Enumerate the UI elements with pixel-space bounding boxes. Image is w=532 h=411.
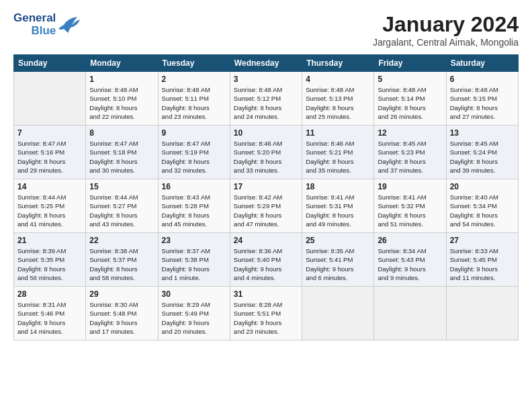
day-number: 17 [234,182,298,191]
weekday-header-friday: Friday [374,55,446,72]
calendar-cell: 25Sunrise: 8:35 AMSunset: 5:41 PMDayligh… [302,233,374,287]
day-number: 12 [378,128,442,138]
calendar-cell: 14Sunrise: 8:44 AMSunset: 5:25 PMDayligh… [14,179,86,233]
calendar-cell: 17Sunrise: 8:42 AMSunset: 5:29 PMDayligh… [230,179,302,233]
day-number: 9 [162,128,226,138]
day-number: 24 [234,236,298,245]
day-number: 23 [162,236,226,245]
subtitle: Jargalant, Central Aimak, Mongolia [373,37,519,48]
day-number: 3 [234,75,298,84]
weekday-header-tuesday: Tuesday [158,55,230,72]
day-info: Sunrise: 8:42 AMSunset: 5:29 PMDaylight:… [234,193,298,228]
calendar-cell: 9Sunrise: 8:47 AMSunset: 5:19 PMDaylight… [158,126,230,179]
weekday-header-row: SundayMondayTuesdayWednesdayThursdayFrid… [14,55,519,72]
day-number: 13 [450,128,515,138]
calendar-cell: 19Sunrise: 8:41 AMSunset: 5:32 PMDayligh… [374,179,446,233]
calendar-cell: 21Sunrise: 8:39 AMSunset: 5:35 PMDayligh… [14,233,86,287]
weekday-header-monday: Monday [86,55,158,72]
calendar-cell: 15Sunrise: 8:44 AMSunset: 5:27 PMDayligh… [86,179,158,233]
day-number: 16 [162,182,226,191]
day-info: Sunrise: 8:43 AMSunset: 5:28 PMDaylight:… [162,193,226,228]
day-number: 2 [162,75,226,84]
day-number: 10 [234,128,298,138]
calendar-cell: 10Sunrise: 8:46 AMSunset: 5:20 PMDayligh… [230,126,302,179]
day-number: 18 [306,182,370,191]
day-number: 25 [306,236,370,245]
day-info: Sunrise: 8:47 AMSunset: 5:18 PMDaylight:… [89,139,154,175]
day-info: Sunrise: 8:47 AMSunset: 5:19 PMDaylight:… [162,139,226,175]
week-row-2: 7Sunrise: 8:47 AMSunset: 5:16 PMDaylight… [14,126,519,179]
day-number: 5 [378,75,442,84]
day-number: 30 [162,289,226,299]
calendar-cell: 2Sunrise: 8:48 AMSunset: 5:11 PMDaylight… [158,72,230,126]
calendar-cell: 22Sunrise: 8:38 AMSunset: 5:37 PMDayligh… [86,233,158,287]
weekday-header-sunday: Sunday [14,55,86,72]
week-row-3: 14Sunrise: 8:44 AMSunset: 5:25 PMDayligh… [14,179,519,233]
calendar-table: SundayMondayTuesdayWednesdayThursdayFrid… [13,54,519,340]
title-block: January 2024 Jargalant, Central Aimak, M… [373,12,519,48]
calendar-cell: 13Sunrise: 8:45 AMSunset: 5:24 PMDayligh… [446,126,518,179]
day-info: Sunrise: 8:36 AMSunset: 5:40 PMDaylight:… [234,246,298,282]
calendar-cell: 24Sunrise: 8:36 AMSunset: 5:40 PMDayligh… [230,233,302,287]
calendar-cell: 30Sunrise: 8:29 AMSunset: 5:49 PMDayligh… [158,287,230,340]
week-row-5: 28Sunrise: 8:31 AMSunset: 5:46 PMDayligh… [14,287,519,340]
day-number: 21 [17,236,82,245]
calendar-cell: 26Sunrise: 8:34 AMSunset: 5:43 PMDayligh… [374,233,446,287]
month-title: January 2024 [373,12,519,37]
calendar-cell: 8Sunrise: 8:47 AMSunset: 5:18 PMDaylight… [86,126,158,179]
day-info: Sunrise: 8:46 AMSunset: 5:21 PMDaylight:… [306,139,370,175]
calendar-cell: 1Sunrise: 8:48 AMSunset: 5:10 PMDaylight… [86,72,158,126]
day-info: Sunrise: 8:41 AMSunset: 5:31 PMDaylight:… [306,193,370,228]
calendar-cell: 3Sunrise: 8:48 AMSunset: 5:12 PMDaylight… [230,72,302,126]
calendar-cell: 27Sunrise: 8:33 AMSunset: 5:45 PMDayligh… [446,233,518,287]
header: General Blue January 2024 Jargalant, Cen… [13,12,519,48]
day-number: 27 [450,236,515,245]
logo-blue: Blue [31,25,56,38]
day-info: Sunrise: 8:44 AMSunset: 5:27 PMDaylight:… [89,193,154,228]
calendar-cell [14,72,86,126]
day-info: Sunrise: 8:30 AMSunset: 5:48 PMDaylight:… [89,300,154,336]
day-info: Sunrise: 8:29 AMSunset: 5:49 PMDaylight:… [162,300,226,336]
calendar-cell [446,287,518,340]
day-info: Sunrise: 8:48 AMSunset: 5:15 PMDaylight:… [450,85,515,121]
day-info: Sunrise: 8:48 AMSunset: 5:12 PMDaylight:… [234,85,298,121]
calendar-cell: 29Sunrise: 8:30 AMSunset: 5:48 PMDayligh… [86,287,158,340]
day-number: 4 [306,75,370,84]
day-info: Sunrise: 8:35 AMSunset: 5:41 PMDaylight:… [306,246,370,282]
day-info: Sunrise: 8:45 AMSunset: 5:23 PMDaylight:… [378,139,442,175]
day-info: Sunrise: 8:46 AMSunset: 5:20 PMDaylight:… [234,139,298,175]
weekday-header-thursday: Thursday [302,55,374,72]
day-number: 19 [378,182,442,191]
logo-bird-icon [58,15,80,34]
day-info: Sunrise: 8:48 AMSunset: 5:14 PMDaylight:… [378,85,442,121]
day-info: Sunrise: 8:45 AMSunset: 5:24 PMDaylight:… [450,139,515,175]
day-info: Sunrise: 8:40 AMSunset: 5:34 PMDaylight:… [450,193,515,228]
day-number: 6 [450,75,515,84]
day-info: Sunrise: 8:41 AMSunset: 5:32 PMDaylight:… [378,193,442,228]
day-info: Sunrise: 8:44 AMSunset: 5:25 PMDaylight:… [17,193,82,228]
day-number: 8 [89,128,154,138]
calendar-cell: 18Sunrise: 8:41 AMSunset: 5:31 PMDayligh… [302,179,374,233]
day-info: Sunrise: 8:34 AMSunset: 5:43 PMDaylight:… [378,246,442,282]
day-number: 7 [17,128,82,138]
calendar-cell: 12Sunrise: 8:45 AMSunset: 5:23 PMDayligh… [374,126,446,179]
day-number: 20 [450,182,515,191]
day-info: Sunrise: 8:38 AMSunset: 5:37 PMDaylight:… [89,246,154,282]
day-info: Sunrise: 8:48 AMSunset: 5:10 PMDaylight:… [89,85,154,121]
calendar-cell [374,287,446,340]
calendar-cell: 6Sunrise: 8:48 AMSunset: 5:15 PMDaylight… [446,72,518,126]
day-number: 28 [17,289,82,299]
calendar-cell: 23Sunrise: 8:37 AMSunset: 5:38 PMDayligh… [158,233,230,287]
day-number: 15 [89,182,154,191]
day-info: Sunrise: 8:48 AMSunset: 5:13 PMDaylight:… [306,85,370,121]
calendar-cell: 28Sunrise: 8:31 AMSunset: 5:46 PMDayligh… [14,287,86,340]
calendar-cell: 4Sunrise: 8:48 AMSunset: 5:13 PMDaylight… [302,72,374,126]
calendar-cell: 7Sunrise: 8:47 AMSunset: 5:16 PMDaylight… [14,126,86,179]
day-number: 11 [306,128,370,138]
day-number: 1 [89,75,154,84]
calendar-cell: 5Sunrise: 8:48 AMSunset: 5:14 PMDaylight… [374,72,446,126]
calendar-cell: 16Sunrise: 8:43 AMSunset: 5:28 PMDayligh… [158,179,230,233]
calendar-cell: 11Sunrise: 8:46 AMSunset: 5:21 PMDayligh… [302,126,374,179]
day-number: 26 [378,236,442,245]
day-number: 22 [89,236,154,245]
